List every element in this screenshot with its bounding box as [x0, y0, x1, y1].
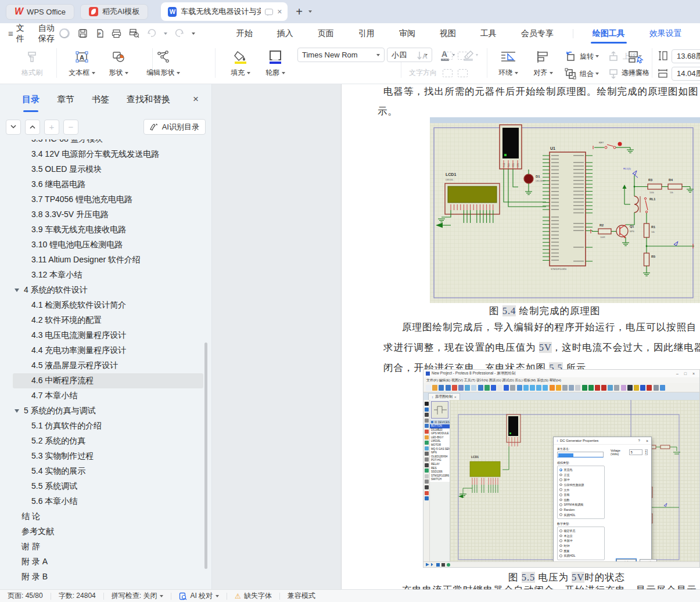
proteus-device-item[interactable]: MQ-5 GAS SENSO [430, 448, 450, 452]
dc-generator-dialog[interactable]: ↕ DC Generator Properties ? × 发生器名: 模拟类型… [553, 437, 652, 568]
radio-option[interactable]: 图案 [559, 548, 602, 553]
proteus-palette-icon[interactable] [425, 452, 429, 456]
tab-home[interactable]: 开始 [224, 23, 265, 44]
radio-option[interactable]: 简易HDL [559, 553, 602, 558]
proteus-toolbar-icon[interactable] [517, 385, 522, 391]
tab-bookmarks[interactable]: 书签 [92, 94, 109, 109]
proteus-toolbar-icon[interactable] [510, 385, 515, 391]
proteus-device-item[interactable]: SSD1306 [430, 470, 450, 474]
toc-item[interactable]: 4.4 充电功率测量程序设计 [13, 343, 203, 358]
proteus-toolbar-icon[interactable] [595, 385, 600, 391]
radio-option[interactable]: 脉冲 [559, 477, 602, 482]
proteus-toolbar-icon[interactable] [530, 385, 535, 391]
ai-proofread-button[interactable]: AI 校对 [171, 591, 227, 601]
toc-next-button[interactable] [6, 120, 21, 135]
proteus-device-item[interactable]: SWITCH [430, 478, 450, 482]
radio-option[interactable]: 时钟 [559, 543, 602, 549]
radio-option[interactable]: Random [559, 507, 602, 513]
collapse-triangle-icon[interactable] [15, 409, 19, 413]
proteus-toolbar-icon[interactable] [550, 385, 555, 391]
proteus-toolbar-icon[interactable] [634, 385, 639, 391]
outline-button[interactable]: 轮廓 [260, 48, 290, 78]
proteus-palette-icon[interactable] [425, 435, 429, 439]
save-icon[interactable] [78, 28, 88, 38]
shapes-button[interactable]: 形状 [103, 48, 134, 78]
proteus-palette-icon[interactable] [425, 408, 429, 412]
proteus-palette-icon[interactable] [425, 457, 429, 462]
radio-option[interactable]: 稳定状态 [559, 528, 602, 533]
radio-option[interactable]: 直流电 [559, 467, 602, 473]
tab-member[interactable]: 会员专享 [509, 23, 566, 44]
proteus-device-item[interactable]: STM32F103R6 [430, 474, 450, 478]
proteus-toolbar-icon[interactable] [627, 385, 633, 391]
toc-item[interactable]: 3.9 车载无线充电接收电路 [13, 222, 203, 237]
proteus-toolbar-icon[interactable] [497, 385, 502, 391]
proteus-toolbar-icon[interactable] [465, 385, 470, 391]
toc-item[interactable]: 5.2 系统的仿真 [13, 434, 203, 449]
dialog-help-button[interactable]: ? [638, 439, 640, 442]
proteus-device-item[interactable]: NPN [430, 451, 450, 455]
proteus-toolbar-icon[interactable] [660, 385, 665, 391]
toc-item[interactable]: 3.3 HC-08 蓝牙模块 [13, 139, 203, 147]
toc-item[interactable]: 5 系统的仿真与调试 [13, 403, 203, 419]
textbox-button[interactable]: A 文本框 [64, 48, 100, 78]
proteus-device-item[interactable]: OLED128X64 [430, 455, 450, 459]
proteus-palette-icon[interactable] [425, 474, 429, 478]
redo-caret-icon[interactable] [192, 33, 195, 35]
toc-item[interactable]: 3.6 继电器电路 [13, 177, 203, 192]
proteus-device-item[interactable]: DS18B20 [430, 428, 450, 432]
tab-chapters[interactable]: 章节 [57, 94, 74, 109]
proteus-palette-icon[interactable] [425, 424, 429, 428]
new-tab-button[interactable]: + [296, 5, 303, 19]
proteus-palette-icon[interactable] [425, 480, 429, 484]
proteus-palette-icon[interactable] [425, 413, 429, 417]
word-count[interactable]: 字数: 24804 [51, 591, 103, 601]
tab-review[interactable]: 审阅 [387, 23, 428, 44]
tab-insert[interactable]: 插入 [265, 23, 306, 44]
proteus-palette-icon[interactable] [425, 463, 429, 467]
proteus-device-item[interactable]: LM016L [430, 439, 450, 444]
proteus-toolbar-icon[interactable] [654, 385, 659, 391]
toc-item[interactable]: 3.8 3.3V-5V 升压电路 [13, 207, 203, 222]
docer-tab[interactable]: 稻壳AI模板 [80, 4, 148, 20]
document-canvas[interactable]: 电器等，找出所需的元器件后开始绘制原理图。绘制完成的原理图如图 示。 [212, 84, 700, 589]
radio-option[interactable]: 分段线性激励源 [559, 482, 602, 488]
ai-recognize-toc-button[interactable]: AI识别目录 [143, 119, 206, 135]
tab-thesis-assistant[interactable]: 论文助手 [694, 23, 700, 44]
radio-option[interactable]: 文件 [559, 487, 602, 492]
proteus-device-item[interactable]: GPS MODULE [430, 432, 450, 436]
toc-item[interactable]: 5.4 实物的展示 [13, 464, 203, 479]
close-tab-icon[interactable]: × [277, 8, 282, 16]
font-name-select[interactable]: Times New Rom [297, 48, 385, 62]
radio-option[interactable]: 指数 [559, 498, 602, 503]
tab-tools[interactable]: 工具 [468, 23, 509, 44]
generator-name-input[interactable] [557, 452, 604, 457]
radio-option[interactable]: 单边沿 [559, 533, 602, 539]
proteus-toolbar-icon[interactable] [621, 385, 626, 391]
proteus-toolbar-icon[interactable] [478, 385, 483, 391]
toc-item[interactable]: 结 论 [13, 509, 203, 524]
tab-view[interactable]: 视图 [428, 23, 468, 44]
selection-pane-button[interactable]: 选择窗格 [620, 48, 651, 78]
proteus-device-item[interactable]: BUTTON [430, 424, 450, 428]
proteus-toolbar-icon[interactable] [556, 385, 561, 391]
toc-item[interactable]: 3.5 OLED 显示模块 [13, 162, 203, 177]
fill-button[interactable]: 填充 [225, 48, 256, 78]
align-objects-button[interactable]: 对齐 [527, 48, 559, 78]
tab-reference[interactable]: 引用 [346, 23, 387, 44]
toc-item[interactable]: 4.6 中断程序流程 [13, 373, 203, 388]
tab-effect-settings[interactable]: 效果设置 [637, 23, 694, 44]
radio-option[interactable]: SFFM单频调频 [559, 502, 602, 507]
radio-option[interactable]: 单脉冲 [559, 538, 602, 543]
proteus-palette-icon[interactable] [425, 491, 429, 495]
toc-item[interactable]: 5.6 本章小结 [13, 494, 203, 509]
proteus-toolbar-icon[interactable] [446, 385, 451, 391]
tab-contents[interactable]: 目录 [22, 94, 40, 109]
toc-item[interactable]: 4 系统的软件设计 [13, 283, 203, 298]
proteus-toolbar-icon[interactable] [608, 385, 613, 391]
toc-item[interactable]: 4.5 液晶屏显示程序设计 [13, 358, 203, 373]
autosave-control[interactable]: 自动保存 [38, 23, 70, 44]
proteus-toolbar-icon[interactable] [640, 385, 645, 391]
collapse-triangle-icon[interactable] [15, 289, 19, 292]
proteus-toolbar-icon[interactable] [588, 385, 594, 391]
